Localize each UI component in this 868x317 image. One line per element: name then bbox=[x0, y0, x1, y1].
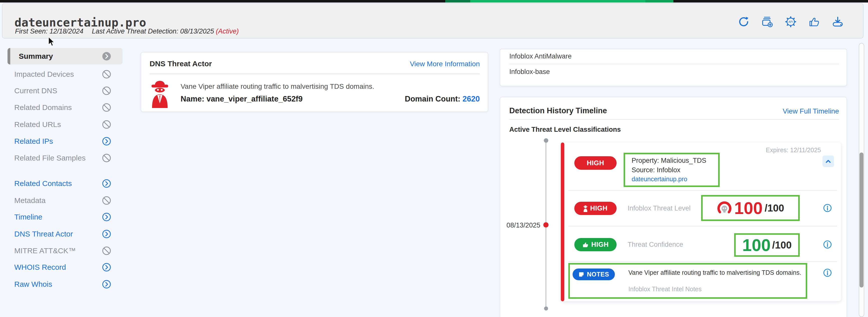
threat-report-page: dateuncertainup.pro First Seen: 12/18/20… bbox=[0, 0, 868, 317]
blocked-icon bbox=[102, 69, 111, 79]
sidebar-item-metadata: Metadata bbox=[7, 192, 123, 209]
chevron-right-circle-icon bbox=[102, 212, 111, 222]
browser-theme-bar bbox=[0, 0, 868, 2]
refresh-icon bbox=[738, 16, 749, 28]
skull-gauge-icon bbox=[717, 200, 732, 216]
theme-bar-segment bbox=[470, 0, 645, 2]
sidebar-item-label: Summary bbox=[19, 52, 53, 61]
confidence-label: Threat Confidence bbox=[628, 241, 683, 249]
note-icon bbox=[578, 272, 584, 278]
divider bbox=[568, 226, 837, 226]
sidebar-item-label: Related Contacts bbox=[14, 179, 72, 188]
thumbs-up-icon bbox=[808, 16, 820, 28]
domain-count-value[interactable]: 2620 bbox=[463, 95, 480, 103]
sidebar-item-related-ips[interactable]: Related IPs bbox=[7, 133, 123, 150]
api-settings-button[interactable]: API bbox=[785, 16, 797, 28]
threat-actor-name: Name: vane_viper_affiliate_652f9 bbox=[181, 95, 303, 103]
confidence-denominator: /100 bbox=[772, 240, 792, 251]
sidebar-item-impacted-devices: Impacted Devices bbox=[7, 66, 123, 83]
sidebar-item-timeline[interactable]: Timeline bbox=[7, 209, 123, 225]
collapse-entry-button[interactable] bbox=[823, 156, 834, 167]
feed-row: Infoblox-base bbox=[509, 68, 550, 76]
api-gear-icon: API bbox=[785, 16, 797, 28]
badge-label: NOTES bbox=[587, 271, 609, 278]
sidebar-item-label: Related IPs bbox=[14, 137, 53, 146]
detection-history-timeline-card: Detection History Timeline View Full Tim… bbox=[500, 97, 847, 317]
header-actions: API bbox=[738, 16, 843, 28]
domain-link[interactable]: dateuncertainup.pro bbox=[631, 176, 718, 183]
badge-label: HIGH bbox=[591, 241, 609, 249]
refresh-button[interactable] bbox=[738, 16, 749, 28]
mouse-cursor bbox=[48, 36, 55, 47]
name-label: Name: bbox=[181, 95, 205, 103]
blocked-icon bbox=[102, 103, 111, 112]
add-to-collection-icon bbox=[762, 16, 773, 28]
sidebar-item-related-urls: Related URLs bbox=[7, 116, 123, 133]
sidebar-item-label: Related Domains bbox=[14, 103, 72, 112]
feedback-button[interactable] bbox=[808, 16, 820, 28]
view-more-information-link[interactable]: View More Information bbox=[410, 60, 480, 68]
divider bbox=[568, 190, 837, 191]
spy-icon bbox=[583, 205, 588, 212]
notes-text: Vane Viper affiliate routing traffic to … bbox=[628, 269, 801, 276]
notes-info-icon[interactable] bbox=[823, 268, 832, 277]
domain-header: dateuncertainup.pro First Seen: 12/18/20… bbox=[2, 3, 864, 38]
blocked-icon bbox=[102, 246, 111, 255]
timeline-entry-card: HIGH Property: Malicious_TDS Source: Inf… bbox=[561, 142, 841, 301]
chevron-right-circle-icon bbox=[102, 229, 111, 239]
page-title: dateuncertainup.pro bbox=[14, 16, 146, 29]
property-highlight-box: Property: Malicious_TDS Source: Infoblox… bbox=[624, 153, 720, 187]
sidebar-item-whois-record[interactable]: WHOIS Record bbox=[7, 259, 123, 276]
sidebar-item-raw-whois[interactable]: Raw Whois bbox=[7, 276, 123, 292]
source-line: Source: Infoblox bbox=[631, 166, 718, 174]
entry-severity-bar bbox=[561, 142, 564, 301]
threat-feeds-card: Infoblox AntiMalware Infoblox-base bbox=[500, 49, 847, 86]
vertical-scrollbar[interactable] bbox=[859, 43, 864, 317]
timeline-card-title: Detection History Timeline bbox=[509, 106, 607, 115]
chevron-right-circle-icon bbox=[102, 52, 111, 61]
sidebar-item-mitre-attack: MITRE ATT&CK™ bbox=[7, 243, 123, 259]
threat-actor-description: Vane Viper affiliate routing traffic to … bbox=[181, 83, 374, 91]
scrollbar-thumb[interactable] bbox=[860, 153, 864, 287]
threat-actor-spy-icon bbox=[151, 78, 169, 108]
confidence-score: 100 bbox=[742, 236, 770, 254]
view-full-timeline-link[interactable]: View Full Timeline bbox=[783, 107, 839, 115]
sidebar-item-dns-threat-actor[interactable]: DNS Threat Actor bbox=[7, 226, 123, 242]
threat-level-info-icon[interactable] bbox=[823, 203, 832, 213]
timeline-date-label: 08/13/2025 bbox=[503, 222, 540, 229]
chevron-up-icon bbox=[824, 157, 833, 165]
high-severity-badge: HIGH bbox=[574, 156, 617, 170]
confidence-high-badge: HIGH bbox=[574, 238, 617, 251]
domain-meta: First Seen: 12/18/2024Last Active Threat… bbox=[15, 28, 239, 35]
name-value: vane_viper_affiliate_652f9 bbox=[206, 95, 303, 103]
sidebar-item-summary[interactable]: Summary bbox=[7, 48, 123, 64]
download-button[interactable] bbox=[832, 16, 843, 28]
sidebar-item-related-contacts[interactable]: Related Contacts bbox=[7, 175, 123, 192]
confidence-info-icon[interactable] bbox=[823, 240, 832, 249]
dns-card-title: DNS Threat Actor bbox=[150, 60, 212, 68]
badge-label: HIGH bbox=[590, 204, 608, 212]
sidebar-item-label: DNS Threat Actor bbox=[14, 230, 73, 238]
divider bbox=[568, 261, 837, 262]
threat-level-score: 100 bbox=[734, 199, 763, 217]
add-to-collection-button[interactable] bbox=[762, 16, 773, 28]
threat-level-denominator: /100 bbox=[765, 202, 784, 214]
divider bbox=[509, 119, 839, 120]
sidebar-item-label: Impacted Devices bbox=[14, 70, 74, 78]
divider bbox=[509, 64, 839, 64]
chevron-right-circle-icon bbox=[102, 179, 111, 188]
sidebar-item-current-dns: Current DNS bbox=[7, 83, 123, 99]
badge-label: HIGH bbox=[587, 159, 604, 167]
active-status-flag: (Active) bbox=[216, 28, 239, 35]
threat-level-high-badge: HIGH bbox=[574, 202, 617, 215]
blocked-icon bbox=[102, 196, 111, 205]
sidebar-item-label: MITRE ATT&CK™ bbox=[14, 247, 76, 255]
dns-threat-actor-card: DNS Threat Actor View More Information V… bbox=[141, 52, 488, 112]
sidebar-item-label: WHOIS Record bbox=[14, 263, 66, 272]
sidebar-item-label: Related URLs bbox=[14, 120, 61, 129]
sidebar-item-label: Current DNS bbox=[14, 87, 57, 95]
sidebar-item-label: Metadata bbox=[14, 196, 45, 205]
expires-label: Expires: 12/11/2025 bbox=[766, 147, 821, 154]
blocked-icon bbox=[102, 153, 111, 163]
notes-source: Infoblox Threat Intel Notes bbox=[628, 285, 702, 293]
